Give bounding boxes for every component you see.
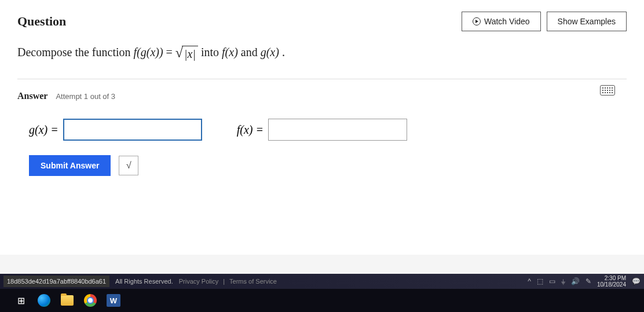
footer-bar: 18d853de42d19a7abff8840bd6a61 All Rights… xyxy=(0,274,644,289)
wifi-icon[interactable]: ⏚ xyxy=(561,277,565,285)
chevron-up-icon[interactable]: ^ xyxy=(528,277,531,285)
volume-icon[interactable]: 🔊 xyxy=(571,277,580,285)
time-text: 2:30 PM xyxy=(597,275,626,281)
folder-icon xyxy=(61,295,74,306)
attempt-text: Attempt 1 out of 3 xyxy=(56,92,115,101)
clock[interactable]: 2:30 PM 10/18/2024 xyxy=(597,275,626,288)
prompt-suffix: . xyxy=(282,46,285,58)
privacy-link[interactable]: Privacy Policy xyxy=(179,278,218,285)
g-label: g(x) = xyxy=(29,123,58,137)
question-title: Question xyxy=(17,14,66,29)
rights-text: All Rights Reserved. xyxy=(115,278,173,285)
prompt-middle: into xyxy=(201,46,222,58)
edge-icon xyxy=(38,294,50,307)
word-icon: W xyxy=(107,294,120,307)
inputs-row: g(x) = f(x) = xyxy=(29,119,627,141)
hash-text: 18d853de42d19a7abff8840bd6a61 xyxy=(3,276,109,287)
footer-left: 18d853de42d19a7abff8840bd6a61 All Rights… xyxy=(3,276,277,287)
f-input[interactable] xyxy=(268,119,407,141)
prompt-equals: = xyxy=(166,46,175,58)
play-icon xyxy=(473,17,481,25)
sqrt-argument: |x| xyxy=(182,46,198,61)
prompt-f: f(x) xyxy=(222,46,238,58)
battery-icon[interactable]: ▭ xyxy=(549,277,555,285)
footer-links: Privacy Policy | Terms of Service xyxy=(179,278,277,285)
watch-video-button[interactable]: Watch Video xyxy=(462,12,541,31)
answer-header: Answer Attempt 1 out of 3 xyxy=(17,91,627,101)
terms-link[interactable]: Terms of Service xyxy=(229,278,277,285)
submit-button[interactable]: Submit Answer xyxy=(29,155,111,176)
date-text: 10/18/2024 xyxy=(597,281,626,288)
notification-icon[interactable]: 💬 xyxy=(632,277,641,285)
answer-label: Answer xyxy=(17,91,47,101)
prompt-and: and xyxy=(241,46,261,58)
question-prompt: Decompose the function f(g(x)) = √ |x| i… xyxy=(17,46,627,61)
pen-icon[interactable]: ✎ xyxy=(586,277,591,285)
taskbar: ⊞ W xyxy=(0,289,644,312)
watch-video-label: Watch Video xyxy=(484,17,530,26)
system-tray: ^ ⬚ ▭ ⏚ 🔊 ✎ 2:30 PM 10/18/2024 💬 xyxy=(528,275,641,288)
question-panel: Question Watch Video Show Examples Decom… xyxy=(0,0,644,255)
keyboard-icon[interactable] xyxy=(600,85,615,96)
prompt-prefix: Decompose the function xyxy=(17,46,134,58)
prompt-g: g(x) xyxy=(261,46,279,58)
chrome-button[interactable] xyxy=(81,291,100,310)
header-buttons: Watch Video Show Examples xyxy=(462,12,627,31)
word-button[interactable]: W xyxy=(104,291,123,310)
tray-icon[interactable]: ⬚ xyxy=(537,277,543,285)
task-view-button[interactable]: ⊞ xyxy=(12,291,30,310)
show-examples-button[interactable]: Show Examples xyxy=(547,12,627,31)
submit-row: Submit Answer √ xyxy=(29,155,627,176)
g-input[interactable] xyxy=(63,119,202,141)
explorer-button[interactable] xyxy=(58,291,76,310)
show-examples-label: Show Examples xyxy=(558,17,616,26)
chrome-icon xyxy=(84,294,97,307)
divider: | xyxy=(223,278,225,285)
sqrt-expression: √ |x| xyxy=(175,46,198,61)
sqrt-tool-button[interactable]: √ xyxy=(119,156,138,175)
header-row: Question Watch Video Show Examples xyxy=(17,12,627,31)
g-input-group: g(x) = xyxy=(29,119,202,141)
edge-button[interactable] xyxy=(35,291,53,310)
prompt-composite: f(g(x)) xyxy=(134,46,163,58)
answer-section: Answer Attempt 1 out of 3 g(x) = f(x) = … xyxy=(17,79,627,176)
f-label: f(x) = xyxy=(237,123,264,137)
f-input-group: f(x) = xyxy=(237,119,407,141)
